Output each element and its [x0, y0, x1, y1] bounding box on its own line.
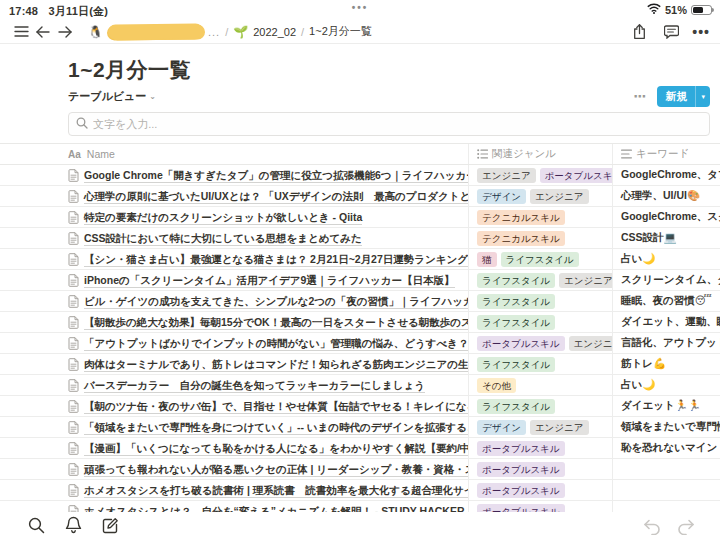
row-name-cell[interactable]: 【シン・猫さま占い】最強運となる猫さまは？ 2月21日~2月27日運勢ランキング…: [0, 252, 468, 267]
row-name-cell[interactable]: 特定の要素だけのスクリーンショットが欲しいとき - Qiita: [0, 210, 468, 225]
row-keyword-cell[interactable]: ダイエット、運動、睡眠🏃: [612, 312, 720, 332]
row-title[interactable]: ビル・ゲイツの成功を支えてきた、シンプルな2つの「夜の習慣」｜ライフハッカー【日…: [84, 294, 468, 309]
row-name-cell[interactable]: Google Chrome「開きすぎたタブ」の管理に役立つ拡張機能6つ｜ライフハ…: [0, 168, 468, 183]
table-row[interactable]: Google Chrome「開きすぎたタブ」の管理に役立つ拡張機能6つ｜ライフハ…: [0, 165, 720, 186]
breadcrumb-parent-page[interactable]: 2022_02: [253, 26, 296, 38]
breadcrumb-current-page[interactable]: 1~2月分一覧: [309, 24, 372, 39]
row-title[interactable]: ホメオスタシスを打ち破る読書術 | 理系読書 読書効率を最大化する超合理化サイク…: [84, 483, 468, 498]
table-row[interactable]: 「アウトプットばかりでインプットの時間がない」管理職の悩み、どうすべき？ | O…: [0, 333, 720, 354]
row-title[interactable]: 「領域をまたいで専門性を身につけていく」-- いまの時代のデザインを拡張する、原…: [84, 420, 468, 435]
table-row[interactable]: 【シン・猫さま占い】最強運となる猫さまは？ 2月21日~2月27日運勢ランキング…: [0, 249, 720, 270]
row-name-cell[interactable]: iPhoneの「スクリーンタイム」活用アイデア9選｜ライフハッカー【日本版】: [0, 273, 468, 288]
row-name-cell[interactable]: バースデーカラー 自分の誕生色を知ってラッキーカラーにしましょう: [0, 378, 468, 393]
row-genre-cell[interactable]: デザインエンジニア: [468, 417, 612, 437]
row-genre-cell[interactable]: ポータブルスキルエンジニア: [468, 333, 612, 353]
row-title[interactable]: バースデーカラー 自分の誕生色を知ってラッキーカラーにしましょう: [84, 378, 425, 393]
row-name-cell[interactable]: ホメオスタシスを打ち破る読書術 | 理系読書 読書効率を最大化する超合理化サイク…: [0, 483, 468, 498]
row-keyword-cell[interactable]: 心理学、UI/UI🎨: [612, 186, 720, 206]
row-title[interactable]: 【朝散歩の絶大な効果】毎朝15分でOK！最高の一日をスタートさせる朝散歩のススメ…: [84, 315, 468, 330]
row-keyword-cell[interactable]: スクリーンタイム、タイム: [612, 270, 720, 290]
row-keyword-cell[interactable]: 占い🌙: [612, 249, 720, 269]
row-genre-cell[interactable]: その他: [468, 375, 612, 395]
table-row[interactable]: バースデーカラー 自分の誕生色を知ってラッキーカラーにしましょうその他占い🌙: [0, 375, 720, 396]
row-title[interactable]: CSS設計において特に大切にしている思想をまとめてみた: [84, 231, 362, 246]
row-genre-cell[interactable]: テクニカルスキル: [468, 228, 612, 248]
view-tab-table[interactable]: テーブルビュー ⌄: [68, 89, 156, 104]
new-button[interactable]: 新規 ▾: [657, 86, 710, 107]
notifications-bell-icon[interactable]: [63, 515, 83, 535]
row-title[interactable]: 【朝のツナ缶・夜のサバ缶】で、目指せ！やせ体質【缶詰でヤセる！キレイになる！】｜…: [84, 399, 468, 414]
row-keyword-cell[interactable]: 領域をまたいで専門性を身に: [612, 417, 720, 437]
view-more-icon[interactable]: ⋯: [633, 89, 647, 104]
row-genre-cell[interactable]: 猫ライフスタイル: [468, 249, 612, 269]
row-title[interactable]: 「アウトプットばかりでインプットの時間がない」管理職の悩み、どうすべき？ | O…: [84, 336, 468, 351]
row-genre-cell[interactable]: ポータブルスキル: [468, 459, 612, 479]
column-header-keyword[interactable]: キーワード: [612, 144, 720, 164]
row-genre-cell[interactable]: ライフスタイル: [468, 354, 612, 374]
row-keyword-cell[interactable]: CSS設計💻: [612, 228, 720, 248]
search-toolbar-icon[interactable]: [26, 515, 46, 535]
row-keyword-cell[interactable]: GoogleChrome、タブ管理: [612, 165, 720, 185]
row-name-cell[interactable]: 【漫画】「いくつになっても恥をかける人になる」をわかりやすく解説【要約/中川諒】…: [0, 441, 468, 456]
row-genre-cell[interactable]: ライフスタイルエンジニア: [468, 270, 612, 290]
row-keyword-cell[interactable]: 言語化、アウトプット🤓: [612, 333, 720, 353]
redacted-workspace-name[interactable]: [108, 24, 203, 40]
row-keyword-cell[interactable]: GoogleChrome、スクリーン: [612, 207, 720, 227]
row-title[interactable]: iPhoneの「スクリーンタイム」活用アイデア9選｜ライフハッカー【日本版】: [84, 273, 455, 288]
column-header-genre[interactable]: 関連ジャンル: [468, 144, 612, 164]
table-row[interactable]: 「領域をまたいで専門性を身につけていく」-- いまの時代のデザインを拡張する、原…: [0, 417, 720, 438]
row-name-cell[interactable]: 「領域をまたいで専門性を身につけていく」-- いまの時代のデザインを拡張する、原…: [0, 420, 468, 435]
row-genre-cell[interactable]: ライフスタイル: [468, 291, 612, 311]
back-button[interactable]: [32, 21, 54, 43]
breadcrumb-ellipsis[interactable]: ...: [208, 26, 220, 38]
row-title[interactable]: Google Chrome「開きすぎたタブ」の管理に役立つ拡張機能6つ｜ライフハ…: [84, 168, 468, 183]
row-name-cell[interactable]: 「アウトプットばかりでインプットの時間がない」管理職の悩み、どうすべき？ | O…: [0, 336, 468, 351]
row-title[interactable]: 【シン・猫さま占い】最強運となる猫さまは？ 2月21日~2月27日運勢ランキング…: [84, 252, 468, 267]
row-genre-cell[interactable]: エンジニアポータブルスキル: [468, 165, 612, 185]
redo-icon[interactable]: [676, 517, 696, 537]
row-title[interactable]: 肉体はターミナルであり、筋トレはコマンドだ！知られざる筋肉エンジニアの生態に迫る…: [84, 357, 468, 372]
row-title[interactable]: 【漫画】「いくつになっても恥をかける人になる」をわかりやすく解説【要約/中川諒】…: [84, 441, 468, 456]
page-more-icon[interactable]: •••: [692, 24, 710, 40]
share-icon[interactable]: [628, 21, 650, 43]
compose-new-page-icon[interactable]: [100, 515, 120, 535]
row-genre-cell[interactable]: ポータブルスキル: [468, 438, 612, 458]
table-row[interactable]: ホメオスタシスを打ち破る読書術 | 理系読書 読書効率を最大化する超合理化サイク…: [0, 480, 720, 501]
row-genre-cell[interactable]: ポータブルスキル: [468, 480, 612, 500]
table-row[interactable]: iPhoneの「スクリーンタイム」活用アイデア9選｜ライフハッカー【日本版】ライ…: [0, 270, 720, 291]
table-row[interactable]: 【朝のツナ缶・夜のサバ缶】で、目指せ！やせ体質【缶詰でヤセる！キレイになる！】｜…: [0, 396, 720, 417]
row-name-cell[interactable]: 心理学の原則に基づいたUI/UXとは？ 「UXデザインの法則 最高のプロダクトと…: [0, 189, 468, 204]
table-row[interactable]: 【朝散歩の絶大な効果】毎朝15分でOK！最高の一日をスタートさせる朝散歩のススメ…: [0, 312, 720, 333]
table-row[interactable]: 頑張っても報われない人が陥る悪いクセの正体 | リーダーシップ・教養・資格・スキ…: [0, 459, 720, 480]
row-genre-cell[interactable]: テクニカルスキル: [468, 207, 612, 227]
table-row[interactable]: ビル・ゲイツの成功を支えてきた、シンプルな2つの「夜の習慣」｜ライフハッカー【日…: [0, 291, 720, 312]
row-name-cell[interactable]: ビル・ゲイツの成功を支えてきた、シンプルな2つの「夜の習慣」｜ライフハッカー【日…: [0, 294, 468, 309]
row-title[interactable]: 心理学の原則に基づいたUI/UXとは？ 「UXデザインの法則 最高のプロダクトと…: [84, 189, 468, 204]
new-button-dropdown[interactable]: ▾: [695, 86, 710, 107]
row-genre-cell[interactable]: ライフスタイル: [468, 312, 612, 332]
row-title[interactable]: 頑張っても報われない人が陥る悪いクセの正体 | リーダーシップ・教養・資格・スキ…: [84, 462, 468, 477]
row-title[interactable]: 特定の要素だけのスクリーンショットが欲しいとき - Qiita: [84, 210, 362, 225]
table-row[interactable]: CSS設計において特に大切にしている思想をまとめてみたテクニカルスキルCSS設計…: [0, 228, 720, 249]
forward-button[interactable]: [54, 21, 76, 43]
search-bar[interactable]: [68, 112, 710, 136]
row-keyword-cell[interactable]: 占い🌙: [612, 375, 720, 395]
row-name-cell[interactable]: CSS設計において特に大切にしている思想をまとめてみた: [0, 231, 468, 246]
table-row[interactable]: 心理学の原則に基づいたUI/UXとは？ 「UXデザインの法則 最高のプロダクトと…: [0, 186, 720, 207]
comments-icon[interactable]: [660, 21, 682, 43]
table-row[interactable]: 特定の要素だけのスクリーンショットが欲しいとき - QiitaテクニカルスキルG…: [0, 207, 720, 228]
column-header-name[interactable]: Aa Name: [0, 148, 468, 160]
table-row[interactable]: 肉体はターミナルであり、筋トレはコマンドだ！知られざる筋肉エンジニアの生態に迫る…: [0, 354, 720, 375]
row-keyword-cell[interactable]: 睡眠、夜の習慣😴: [612, 291, 720, 311]
row-name-cell[interactable]: 【朝のツナ缶・夜のサバ缶】で、目指せ！やせ体質【缶詰でヤセる！キレイになる！】｜…: [0, 399, 468, 414]
row-name-cell[interactable]: 頑張っても報われない人が陥る悪いクセの正体 | リーダーシップ・教養・資格・スキ…: [0, 462, 468, 477]
sidebar-menu-button[interactable]: [10, 21, 32, 43]
undo-icon[interactable]: [642, 517, 662, 537]
row-name-cell[interactable]: 肉体はターミナルであり、筋トレはコマンドだ！知られざる筋肉エンジニアの生態に迫る…: [0, 357, 468, 372]
table-row[interactable]: 【漫画】「いくつになっても恥をかける人になる」をわかりやすく解説【要約/中川諒】…: [0, 438, 720, 459]
row-name-cell[interactable]: 【朝散歩の絶大な効果】毎朝15分でOK！最高の一日をスタートさせる朝散歩のススメ…: [0, 315, 468, 330]
row-keyword-cell[interactable]: 恥を恐れないマインド🧠: [612, 438, 720, 458]
row-genre-cell[interactable]: ライフスタイル: [468, 396, 612, 416]
row-keyword-cell[interactable]: [612, 480, 720, 500]
row-keyword-cell[interactable]: ダイエット🏃🏃: [612, 396, 720, 416]
